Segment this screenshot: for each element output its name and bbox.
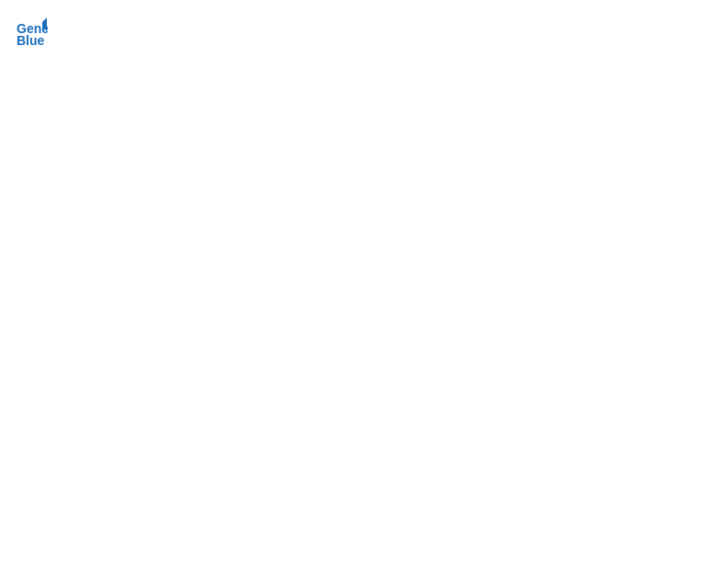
svg-text:Blue: Blue xyxy=(17,33,45,48)
page-header: General Blue xyxy=(15,15,713,48)
logo-icon: General Blue xyxy=(15,15,48,48)
logo: General Blue xyxy=(15,15,51,48)
